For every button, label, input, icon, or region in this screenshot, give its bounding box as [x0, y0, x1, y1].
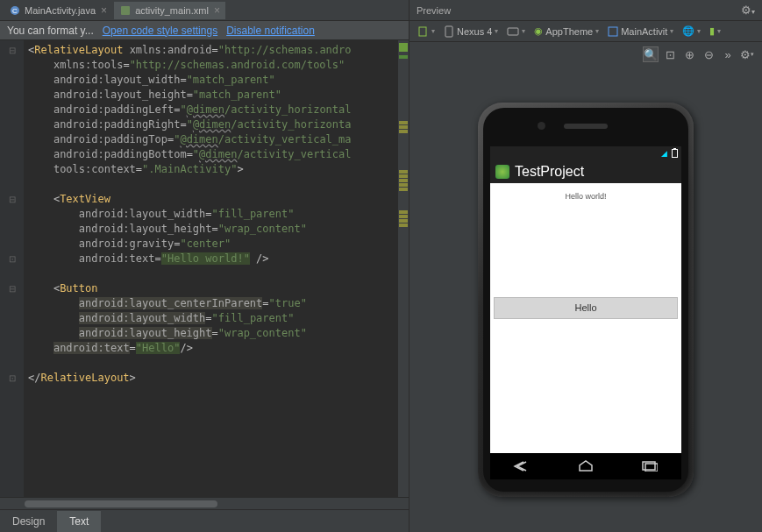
- zoom-fit-icon[interactable]: ⊡: [662, 46, 678, 62]
- preview-zoom-toolbar: 🔍 ⊡ ⊕ ⊖ » ⚙▾: [409, 42, 762, 67]
- notification-bar: You can format y... Open code style sett…: [0, 21, 409, 40]
- device-preview-area: ◢ TestProject Hello world! Hello: [409, 67, 762, 532]
- java-file-icon: C: [9, 4, 21, 17]
- preview-toolbar: ▾ Nexus 4▾ ▾ ◉AppTheme▾ MainActivit▾ 🌐▾ …: [409, 21, 762, 42]
- theme-dropdown[interactable]: ◉AppTheme▾: [531, 24, 602, 39]
- marker-bar[interactable]: [398, 40, 409, 497]
- activity-dropdown[interactable]: MainActivit▾: [604, 25, 677, 39]
- svg-rect-2: [121, 6, 130, 15]
- hello-button[interactable]: Hello: [494, 297, 678, 319]
- phone-camera: [538, 122, 545, 130]
- horizontal-scrollbar[interactable]: [0, 497, 409, 509]
- open-code-style-link[interactable]: Open code style settings: [103, 25, 217, 37]
- text-tab[interactable]: Text: [57, 511, 101, 532]
- design-tab[interactable]: Design: [0, 511, 57, 532]
- svg-rect-6: [609, 27, 617, 36]
- status-bar: ◢: [490, 146, 681, 160]
- app-icon: [495, 165, 509, 179]
- preview-pane: Preview ⚙▾ ▾ Nexus 4▾ ▾ ◉AppTheme▾ MainA…: [409, 0, 762, 532]
- gear-icon[interactable]: ⚙▾: [741, 4, 755, 17]
- tab-label: MainActivity.java: [25, 5, 96, 16]
- code-content[interactable]: <RelativeLayout xmlns:android="http://sc…: [25, 40, 398, 497]
- hello-textview: Hello world!: [565, 192, 606, 201]
- battery-icon: [672, 149, 678, 158]
- orientation-dropdown[interactable]: ▾: [503, 25, 529, 39]
- locale-dropdown[interactable]: 🌐▾: [679, 24, 704, 39]
- svg-rect-4: [445, 26, 452, 37]
- back-icon[interactable]: [511, 458, 532, 475]
- xml-file-icon: [119, 4, 132, 17]
- device-screen[interactable]: ◢ TestProject Hello world! Hello: [490, 146, 681, 453]
- gutter[interactable]: ⊟ ⊟⊡ ⊟ ⊡: [0, 40, 25, 497]
- phone-speaker: [564, 124, 608, 129]
- svg-rect-3: [419, 27, 426, 36]
- svg-rect-5: [508, 28, 518, 35]
- settings-icon[interactable]: ⚙▾: [739, 46, 755, 62]
- svg-text:C: C: [12, 7, 18, 15]
- editor-tabs: C MainActivity.java × activity_main.xml …: [0, 0, 409, 21]
- editor-pane: C MainActivity.java × activity_main.xml …: [0, 0, 409, 532]
- zoom-out-icon[interactable]: ⊖: [701, 46, 716, 62]
- action-bar: TestProject: [490, 160, 681, 183]
- zoom-actual-icon[interactable]: 🔍: [643, 46, 659, 62]
- device-dropdown[interactable]: Nexus 4▾: [440, 24, 502, 39]
- signal-icon: ◢: [661, 149, 669, 157]
- tab-activitymain[interactable]: activity_main.xml ×: [114, 2, 225, 19]
- zoom-in-icon[interactable]: ⊕: [681, 46, 697, 62]
- code-editor[interactable]: ⊟ ⊟⊡ ⊟ ⊡ <RelativeLayout xmlns:android="…: [0, 40, 409, 497]
- device-frame: ◢ TestProject Hello world! Hello: [478, 103, 694, 497]
- disable-notification-link[interactable]: Disable notification: [226, 25, 315, 37]
- home-icon[interactable]: [575, 458, 596, 475]
- app-title: TestProject: [515, 164, 584, 180]
- navigation-bar: [490, 453, 681, 479]
- overflow-icon[interactable]: »: [720, 46, 736, 62]
- notification-message: You can format y...: [7, 25, 94, 37]
- api-dropdown[interactable]: ▮▾: [706, 24, 724, 39]
- preview-header: Preview ⚙▾: [409, 0, 762, 21]
- preview-title: Preview: [417, 5, 451, 16]
- tab-label: activity_main.xml: [135, 5, 209, 16]
- close-icon[interactable]: ×: [214, 4, 220, 17]
- configuration-dropdown[interactable]: ▾: [413, 24, 438, 39]
- app-content: Hello world! Hello: [490, 183, 681, 453]
- close-icon[interactable]: ×: [101, 4, 107, 17]
- tab-mainactivity[interactable]: C MainActivity.java ×: [4, 2, 112, 19]
- editor-bottom-tabs: Design Text: [0, 509, 409, 532]
- recents-icon[interactable]: [639, 458, 660, 475]
